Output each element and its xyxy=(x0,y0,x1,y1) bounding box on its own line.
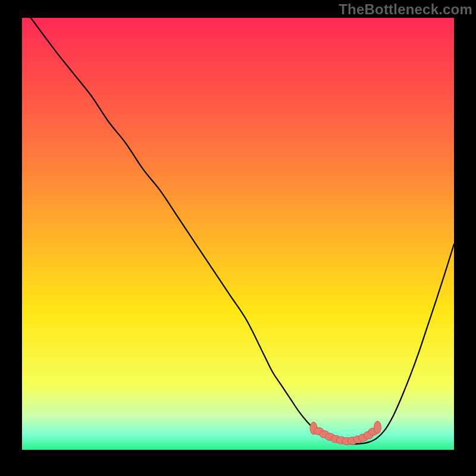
marker-dot xyxy=(374,421,381,434)
watermark-text: TheBottleneck.com xyxy=(339,1,472,18)
chart-stage: TheBottleneck.com xyxy=(0,0,476,476)
plot-background xyxy=(22,18,454,450)
bottleneck-chart xyxy=(0,0,476,476)
